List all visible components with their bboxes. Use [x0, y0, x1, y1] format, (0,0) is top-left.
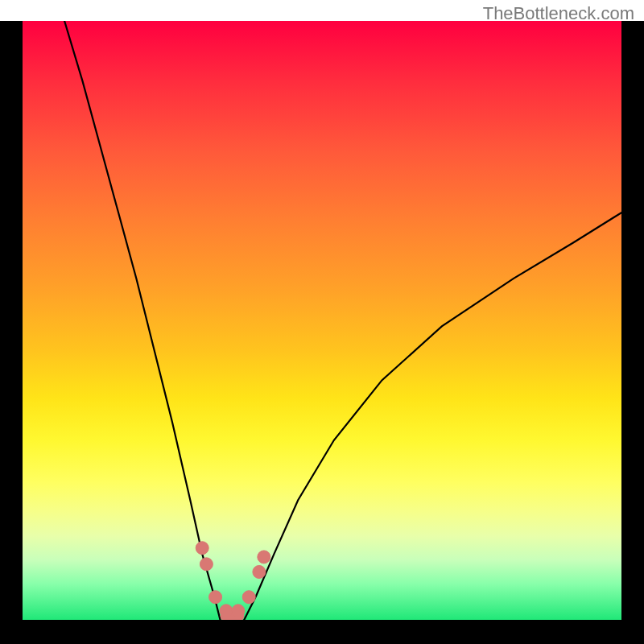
marker-dot	[232, 605, 245, 617]
marker-dot	[200, 558, 213, 571]
marker-dot	[220, 605, 233, 617]
marker-dot	[253, 565, 266, 578]
plot-frame	[0, 21, 644, 644]
left-branch-line	[64, 21, 220, 620]
marker-group	[196, 542, 270, 617]
marker-dot	[196, 542, 208, 555]
curve-svg	[23, 21, 621, 620]
chart-container: TheBottleneck.com	[0, 0, 644, 644]
marker-dot	[258, 551, 270, 564]
right-branch-line	[244, 213, 621, 620]
marker-dot	[242, 591, 255, 604]
marker-dot	[209, 591, 222, 604]
plot-area	[23, 21, 621, 620]
watermark-text: TheBottleneck.com	[483, 3, 634, 24]
